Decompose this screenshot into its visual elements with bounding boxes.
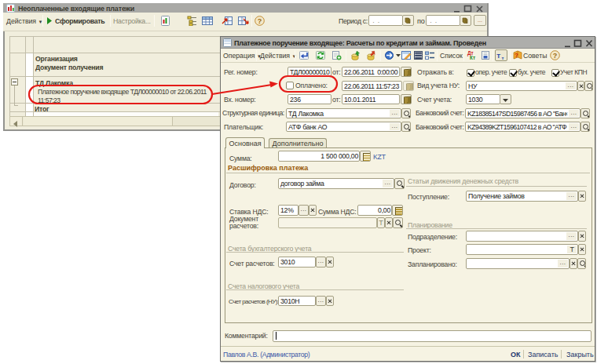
svg-text:Т: Т bbox=[496, 53, 500, 60]
svg-text:?: ? bbox=[258, 17, 262, 25]
svg-text:?: ? bbox=[515, 52, 518, 59]
svg-text:?: ? bbox=[553, 52, 558, 60]
svg-text:т: т bbox=[501, 56, 504, 60]
svg-text:Кт: Кт bbox=[470, 55, 475, 60]
